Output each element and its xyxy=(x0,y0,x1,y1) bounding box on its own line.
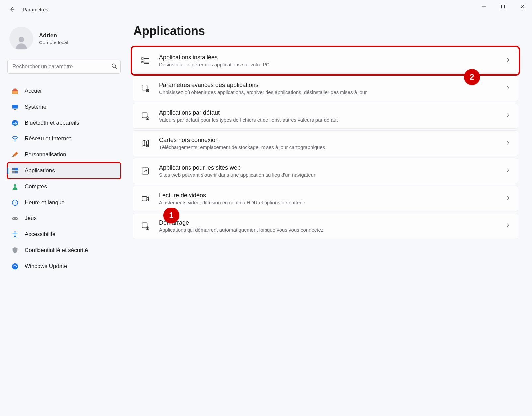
card-desc: Désinstaller et gérer des applications s… xyxy=(159,62,497,67)
chevron-right-icon xyxy=(506,140,510,146)
nav: Accueil Système Bluetooth et appareils R… xyxy=(7,83,121,274)
card-startup[interactable]: Démarrage Applications qui démarrent aut… xyxy=(133,213,518,239)
svg-rect-19 xyxy=(142,61,143,63)
startup-icon xyxy=(140,221,150,231)
card-installed-apps[interactable]: Applications installées Désinstaller et … xyxy=(133,48,518,74)
close-button[interactable] xyxy=(513,0,532,13)
back-button[interactable] xyxy=(7,5,17,14)
sidebar-item-label: Accueil xyxy=(25,88,43,94)
open-app-icon xyxy=(140,166,150,176)
card-offline-maps[interactable]: Cartes hors connexion Téléchargements, e… xyxy=(133,130,518,156)
search-box[interactable] xyxy=(7,60,121,74)
sidebar: Adrien Compte local Accueil xyxy=(0,19,126,416)
svg-point-17 xyxy=(12,263,18,269)
sidebar-item-label: Système xyxy=(25,104,46,110)
system-icon xyxy=(11,103,19,111)
shield-icon xyxy=(11,247,19,254)
brush-icon xyxy=(11,151,19,158)
person-icon xyxy=(11,183,19,190)
window-controls xyxy=(474,0,532,13)
profile[interactable]: Adrien Compte local xyxy=(9,27,121,50)
map-icon xyxy=(140,138,150,148)
card-default-apps[interactable]: Applications par défaut Valeurs par défa… xyxy=(133,103,518,129)
sidebar-item-gaming[interactable]: Jeux xyxy=(7,210,121,226)
card-video-playback[interactable]: Lecture de vidéos Ajustements vidéo, dif… xyxy=(133,186,518,211)
minimize-button[interactable] xyxy=(474,0,494,13)
svg-rect-9 xyxy=(12,171,15,173)
sidebar-item-privacy[interactable]: Confidentialité et sécurité xyxy=(7,242,121,258)
card-title: Démarrage xyxy=(159,219,497,226)
card-title: Lecture de vidéos xyxy=(159,192,497,199)
svg-point-1 xyxy=(19,37,24,42)
sidebar-item-time[interactable]: Heure et langue xyxy=(7,195,121,210)
card-title: Applications installées xyxy=(159,54,497,61)
sidebar-item-access[interactable]: Accessibilité xyxy=(7,226,121,242)
sidebar-item-label: Applications xyxy=(25,167,55,174)
svg-point-14 xyxy=(13,218,14,219)
card-advanced-apps[interactable]: Paramètres avancés des applications Choi… xyxy=(133,75,518,101)
window-title: Paramètres xyxy=(23,7,48,12)
svg-rect-13 xyxy=(12,217,18,220)
sidebar-item-label: Personnalisation xyxy=(25,151,66,158)
chevron-right-icon xyxy=(506,113,510,119)
svg-point-2 xyxy=(112,64,115,67)
default-apps-icon xyxy=(140,111,150,121)
svg-point-15 xyxy=(16,218,17,219)
chevron-right-icon xyxy=(506,58,510,64)
chevron-right-icon xyxy=(506,85,510,91)
chevron-right-icon xyxy=(506,223,510,229)
sidebar-item-label: Réseau et Internet xyxy=(25,135,71,142)
svg-rect-7 xyxy=(12,168,15,170)
clock-globe-icon xyxy=(11,199,19,206)
sidebar-item-accounts[interactable]: Comptes xyxy=(7,179,121,195)
sidebar-item-label: Windows Update xyxy=(25,263,67,270)
search-input[interactable] xyxy=(12,64,111,70)
gamepad-icon xyxy=(11,215,19,222)
advanced-apps-icon xyxy=(140,83,150,93)
sidebar-item-apps[interactable]: Applications xyxy=(7,163,121,179)
sidebar-item-bluetooth[interactable]: Bluetooth et appareils xyxy=(7,115,121,131)
avatar xyxy=(9,27,33,50)
card-desc: Ajustements vidéo, diffusion en continu … xyxy=(159,200,497,205)
update-icon xyxy=(11,263,19,270)
svg-rect-4 xyxy=(14,109,16,110)
sidebar-item-label: Bluetooth et appareils xyxy=(25,120,79,126)
svg-rect-10 xyxy=(15,171,18,173)
card-desc: Valeurs par défaut pour les types de fic… xyxy=(159,117,497,123)
accessibility-icon xyxy=(11,231,19,238)
chevron-right-icon xyxy=(506,196,510,202)
sidebar-item-update[interactable]: Windows Update xyxy=(7,258,121,274)
sidebar-item-label: Jeux xyxy=(25,215,37,222)
card-title: Paramètres avancés des applications xyxy=(159,82,497,89)
profile-subtitle: Compte local xyxy=(39,40,68,45)
svg-rect-3 xyxy=(12,105,18,109)
svg-point-11 xyxy=(14,184,16,187)
svg-rect-18 xyxy=(142,58,143,59)
search-icon xyxy=(111,63,117,70)
svg-point-6 xyxy=(15,141,16,142)
annotation-marker-1: 1 xyxy=(163,208,179,223)
svg-point-16 xyxy=(14,231,16,233)
apps-icon xyxy=(11,167,19,174)
sidebar-item-label: Heure et langue xyxy=(25,199,65,206)
card-desc: Téléchargements, emplacement de stockage… xyxy=(159,144,497,150)
sidebar-item-network[interactable]: Réseau et Internet xyxy=(7,131,121,147)
sidebar-item-label: Accessibilité xyxy=(25,231,56,238)
card-apps-for-websites[interactable]: Applications pour les sites web Sites we… xyxy=(133,158,518,184)
card-desc: Choisissez où obtenir des applications, … xyxy=(159,89,497,95)
sidebar-item-label: Confidentialité et sécurité xyxy=(25,247,88,254)
wifi-icon xyxy=(11,135,19,142)
sidebar-item-system[interactable]: Système xyxy=(7,99,121,115)
sidebar-item-home[interactable]: Accueil xyxy=(7,83,121,99)
sidebar-item-personal[interactable]: Personnalisation xyxy=(7,147,121,163)
svg-rect-0 xyxy=(502,5,505,8)
video-icon xyxy=(140,194,150,204)
installed-apps-icon xyxy=(140,56,150,66)
page-title: Applications xyxy=(133,24,518,38)
svg-rect-8 xyxy=(15,168,18,170)
titlebar: Paramètres xyxy=(0,0,532,19)
bluetooth-icon xyxy=(11,119,19,126)
card-title: Applications pour les sites web xyxy=(159,164,497,171)
maximize-button[interactable] xyxy=(494,0,513,13)
card-desc: Sites web pouvant s'ouvrir dans une appl… xyxy=(159,172,497,178)
